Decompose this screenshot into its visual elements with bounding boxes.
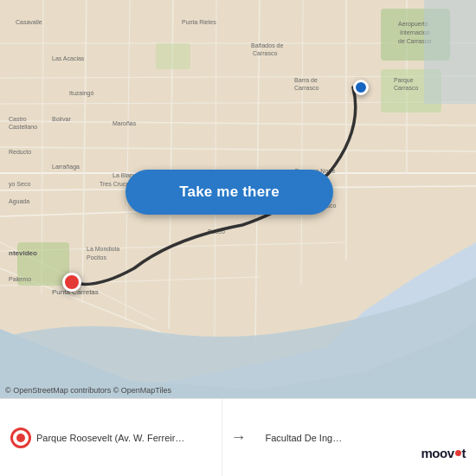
from-section: Parque Roosevelt (Av. W. Ferreir…: [0, 399, 222, 476]
from-location-dot: [10, 428, 31, 448]
svg-text:Aguada: Aguada: [9, 198, 29, 205]
svg-text:Castellano: Castellano: [9, 124, 37, 130]
svg-text:Casavalle: Casavalle: [16, 19, 42, 25]
route-arrow: →: [222, 399, 255, 476]
to-label: Facultad De Ing…: [266, 433, 466, 443]
take-me-there-button[interactable]: Take me there: [125, 170, 333, 215]
to-section: Facultad De Ing…: [255, 399, 477, 476]
svg-text:Ituzaingó: Ituzaingó: [69, 90, 94, 97]
svg-text:Barra de: Barra de: [294, 77, 318, 83]
svg-text:Aeropuerto: Aeropuerto: [398, 21, 428, 28]
svg-text:Carrasco: Carrasco: [294, 85, 319, 91]
bottom-bar: Parque Roosevelt (Av. W. Ferreir… → Facu…: [0, 398, 476, 476]
svg-text:Larrañaga: Larrañaga: [52, 164, 80, 170]
svg-rect-27: [156, 43, 190, 69]
svg-text:Punta Rieles: Punta Rieles: [182, 19, 216, 25]
svg-text:Maroñas: Maroñas: [113, 120, 137, 126]
svg-text:Las Acacias: Las Acacias: [52, 55, 85, 61]
svg-text:yo Seco: yo Seco: [9, 181, 30, 188]
origin-pin: [62, 273, 81, 292]
moovit-dot: [455, 450, 461, 456]
svg-rect-59: [424, 0, 476, 104]
moovit-logo: moov t: [421, 446, 466, 460]
svg-text:La Mondiola: La Mondiola: [87, 246, 119, 252]
map-container: Aeropuerto Internacion de Carrasco Parqu…: [0, 0, 476, 398]
destination-pin: [353, 80, 369, 95]
from-label: Parque Roosevelt (Av. W. Ferreir…: [36, 433, 184, 443]
svg-text:Palermo: Palermo: [9, 276, 31, 282]
dot-inner: [16, 434, 25, 442]
svg-text:Bañados de: Bañados de: [251, 42, 283, 48]
svg-text:Parque: Parque: [394, 77, 414, 84]
svg-text:Carrasco: Carrasco: [394, 85, 419, 91]
button-label: Take me there: [179, 183, 280, 201]
bottom-bar-wrapper: Parque Roosevelt (Av. W. Ferreir… → Facu…: [0, 398, 476, 476]
moovit-wordmark: moov: [421, 446, 453, 460]
svg-text:Reducto: Reducto: [9, 149, 31, 155]
map-attribution: © OpenStreetMap contributors © OpenMapTi…: [5, 386, 171, 395]
app-container: Aeropuerto Internacion de Carrasco Parqu…: [0, 0, 476, 476]
svg-text:ntevideo: ntevideo: [9, 249, 37, 257]
svg-text:Bolívar: Bolívar: [52, 116, 71, 122]
svg-text:Carrasco: Carrasco: [253, 50, 278, 56]
svg-text:Pocitos: Pocitos: [87, 254, 106, 261]
moovit-wordmark-2: t: [462, 446, 466, 460]
svg-text:Castro: Castro: [9, 116, 27, 122]
